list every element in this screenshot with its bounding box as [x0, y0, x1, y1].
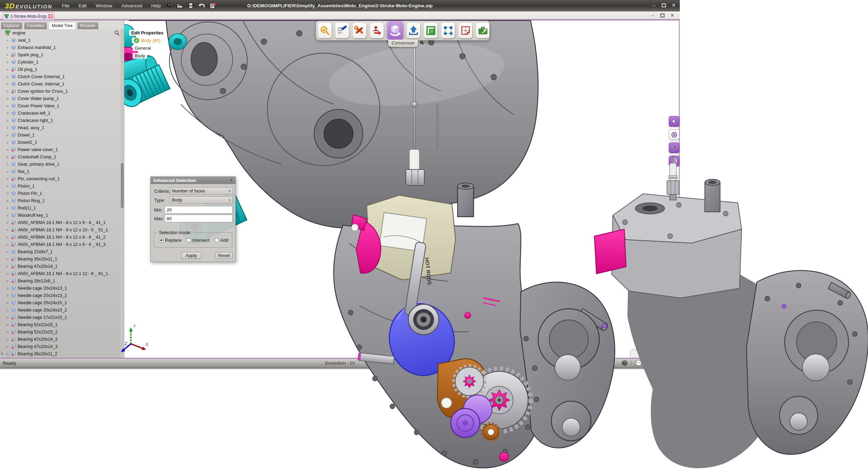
spark-plug-simplified [0, 0, 868, 472]
screen: HOT RODS [0, 0, 868, 472]
